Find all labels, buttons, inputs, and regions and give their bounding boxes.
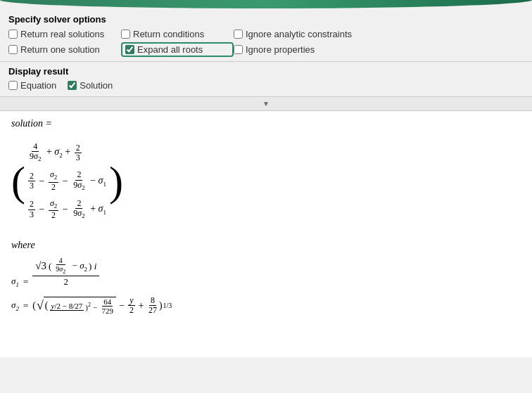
checkbox-conditions-input[interactable] [121, 30, 130, 39]
matrix-row-2: 2 3 − σ2 2 − 2 9σ2 − σ1 [28, 170, 106, 191]
where-label: where [11, 240, 35, 250]
checkbox-conditions[interactable]: Return conditions [121, 29, 234, 39]
matrix-row-3: 2 3 − σ2 2 − 2 9σ2 + σ1 [28, 199, 106, 220]
sqrt-big-symbol: √ [37, 298, 44, 313]
sigma2-equals: = [23, 300, 28, 311]
frac-sigma2-2-row3: σ2 2 [49, 199, 58, 220]
sigma2-label: σ2 [11, 299, 19, 312]
sigma2-sqrt-content: ( y/2 − 8/27 )2 − 64 729 [44, 297, 116, 315]
frac-2-9sigma2-row3: 2 9σ2 [72, 199, 86, 220]
checkbox-ignore-properties-label: Ignore properties [246, 44, 315, 55]
checkbox-analytic-constraints[interactable]: Ignore analytic constraints [234, 29, 388, 39]
sigma1-def: σ1 = √3 ( 4 9σ2 − σ2 ) i 2 [11, 257, 521, 288]
checkbox-equation-label: Equation [20, 80, 56, 91]
matrix-solution: ( 4 9σ2 + σ2 + 2 3 2 3 − [11, 138, 123, 224]
sigma1-equals: = [23, 276, 28, 288]
frac-y2-8-27: y/2 − 8/27 [50, 302, 84, 311]
top-wave [0, 0, 532, 8]
frac-4-9s2-sigma1: 4 9σ2 [53, 257, 68, 276]
checkbox-expand-roots-label: Expand all roots [137, 44, 203, 55]
matrix-row-1: 4 9σ2 + σ2 + 2 3 [28, 142, 106, 163]
display-options: Equation Solution [8, 80, 524, 91]
sigma1-numerator-content: ( 4 9σ2 − σ2 ) i [49, 257, 96, 276]
checkbox-equation[interactable]: Equation [8, 80, 56, 91]
frac-64-729: 64 729 [101, 297, 115, 315]
checkbox-analytic-constraints-label: Ignore analytic constraints [246, 29, 352, 39]
display-result-title: Display result [8, 66, 524, 77]
checkbox-expand-roots[interactable]: Expand all roots [121, 42, 234, 57]
sigma1-label: σ1 [11, 276, 19, 288]
checkbox-solution-label: Solution [80, 80, 113, 91]
frac-4-9sigma2: 4 9σ2 [28, 142, 42, 163]
checkbox-conditions-label: Return conditions [133, 29, 204, 39]
frac-2-9sigma2-row2: 2 9σ2 [72, 170, 86, 191]
checkbox-ignore-properties[interactable]: Ignore properties [234, 42, 388, 57]
display-result-section: Display result Equation Solution [0, 62, 532, 97]
sigma1-denominator: 2 [61, 276, 72, 288]
checkbox-real-solutions-input[interactable] [8, 30, 18, 39]
checkbox-real-solutions[interactable]: Return real solutions [8, 29, 121, 39]
sqrt3-symbol: √3 [35, 260, 46, 272]
sigma2-def: σ2 = ( √ ( y/2 − 8/27 )2 − 64 729 [11, 296, 521, 315]
solver-options-title: Specify solver options [8, 14, 524, 25]
checkbox-one-solution-input[interactable] [8, 45, 18, 54]
sigma1-fraction: √3 ( 4 9σ2 − σ2 ) i 2 [32, 257, 99, 288]
sigma2-sqrt: √ ( y/2 − 8/27 )2 − 64 729 [37, 297, 116, 315]
checkbox-equation-input[interactable] [8, 81, 18, 90]
checkbox-real-solutions-label: Return real solutions [20, 29, 104, 39]
checkbox-solution-input[interactable] [68, 81, 77, 90]
result-panel: solution = ( 4 9σ2 + σ2 + 2 3 2 [0, 111, 532, 357]
cube-root-exponent: 1/3 [163, 302, 172, 309]
matrix-rows: 4 9σ2 + σ2 + 2 3 2 3 − σ2 2 [25, 138, 109, 224]
frac-8-27: 8 27 [147, 296, 158, 315]
frac-2-3-row2: 2 3 [28, 172, 35, 191]
frac-y-2: y 2 [128, 296, 135, 315]
checkbox-one-solution-label: Return one solution [20, 44, 100, 55]
options-grid: Return real solutions Return conditions … [8, 29, 524, 57]
checkbox-expand-roots-input[interactable] [125, 45, 134, 54]
arrow-divider: ▼ [0, 97, 532, 111]
frac-2-3-row3: 2 3 [28, 200, 35, 219]
checkbox-ignore-properties-input[interactable] [234, 45, 243, 54]
left-paren: ( [11, 160, 25, 202]
where-section: where [11, 240, 521, 251]
sigma2-expression: ( √ ( y/2 − 8/27 )2 − 64 729 − [32, 296, 172, 315]
solution-label: solution = [11, 118, 521, 129]
checkbox-solution[interactable]: Solution [68, 80, 113, 91]
solver-options-panel: Specify solver options Return real solut… [0, 8, 532, 62]
checkbox-one-solution[interactable]: Return one solution [8, 42, 121, 57]
frac-sigma2-2-row2: σ2 2 [49, 170, 58, 191]
frac-2-3-row1: 2 3 [75, 143, 82, 162]
checkbox-analytic-constraints-input[interactable] [234, 30, 243, 39]
right-paren: ) [109, 160, 123, 202]
